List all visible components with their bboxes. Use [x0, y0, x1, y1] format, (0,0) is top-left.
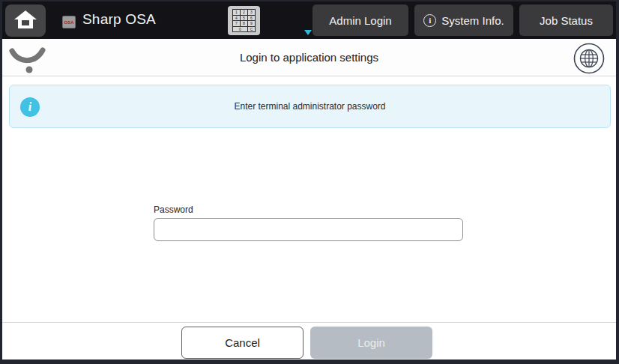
job-status-label: Job Status: [540, 14, 593, 27]
keypad-key: 8: [241, 21, 247, 26]
job-status-button[interactable]: Job Status: [519, 4, 613, 36]
info-banner: i Enter terminal administrator password: [9, 85, 611, 128]
app-header-bar: Login to application settings: [2, 39, 616, 76]
home-button[interactable]: [5, 4, 46, 37]
sharp-osa-app-icon: OSA: [62, 16, 76, 28]
admin-login-button[interactable]: Admin Login: [312, 4, 408, 36]
footer-action-bar: Cancel Login: [2, 322, 616, 360]
password-input[interactable]: [154, 218, 463, 241]
keypad-key: 4: [233, 16, 240, 21]
app-title: Sharp OSA: [82, 11, 156, 28]
keypad-grid: 1 2 3 4 5 6 7 8 9 0 C: [232, 9, 256, 32]
keypad-key: C: [248, 27, 255, 32]
login-button[interactable]: Login: [310, 327, 432, 359]
info-icon: i: [20, 97, 40, 117]
cancel-label: Cancel: [225, 336, 260, 349]
cancel-button[interactable]: Cancel: [181, 327, 304, 359]
home-icon: [13, 9, 37, 33]
keypad-key: 6: [248, 16, 255, 21]
keypad-key: 7: [233, 21, 240, 26]
numeric-keypad-icon[interactable]: 1 2 3 4 5 6 7 8 9 0 C: [228, 6, 260, 35]
keypad-key: 5: [241, 16, 247, 21]
system-info-label: System Info.: [441, 14, 504, 27]
keypad-key: 3: [248, 10, 255, 15]
system-info-button[interactable]: i System Info.: [414, 4, 513, 36]
password-label: Password: [154, 204, 463, 215]
active-app-indicator-triangle: [304, 30, 312, 35]
login-label: Login: [357, 336, 385, 349]
keypad-key: 1: [233, 10, 240, 15]
keypad-key: 0: [233, 27, 247, 32]
info-circle-icon: i: [423, 14, 436, 27]
keypad-key: 2: [241, 10, 247, 15]
banner-message: Enter terminal administrator password: [234, 101, 385, 112]
language-globe-button[interactable]: [573, 43, 605, 74]
page-title: Login to application settings: [2, 51, 616, 64]
keypad-key: 9: [248, 21, 255, 26]
password-field-group: Password: [154, 204, 463, 241]
device-screen: OSA Sharp OSA 1 2 3 4 5 6 7 8 9 0 C Admi…: [0, 0, 619, 364]
admin-login-label: Admin Login: [329, 14, 391, 27]
system-top-bar: OSA Sharp OSA 1 2 3 4 5 6 7 8 9 0 C Admi…: [2, 1, 616, 39]
